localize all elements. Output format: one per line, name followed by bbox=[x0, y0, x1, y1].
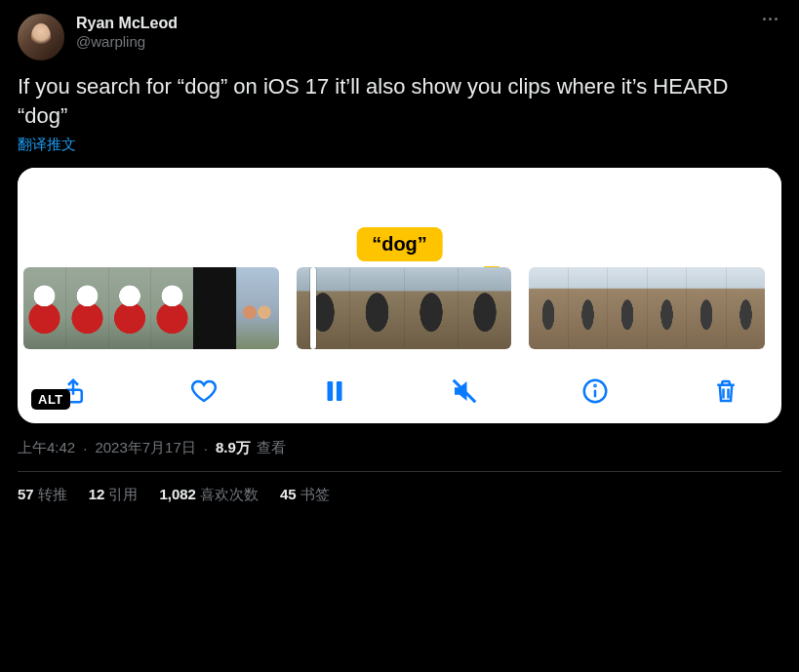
tweet-stats: 57转推 12引用 1,082喜欢次数 45书签 bbox=[18, 472, 781, 504]
more-icon bbox=[775, 18, 778, 20]
video-frame bbox=[686, 267, 726, 349]
separator: · bbox=[81, 440, 89, 456]
author-block: Ryan McLeod @warpling bbox=[76, 14, 178, 52]
avatar[interactable] bbox=[18, 14, 64, 60]
mute-icon[interactable] bbox=[448, 375, 481, 408]
active-playhead[interactable] bbox=[310, 267, 316, 349]
tweet-container: Ryan McLeod @warpling If you search for … bbox=[0, 0, 799, 514]
video-frame bbox=[108, 267, 151, 349]
tweet-date[interactable]: 2023年7月17日 bbox=[95, 439, 195, 457]
stat-likes[interactable]: 1,082喜欢次数 bbox=[159, 486, 259, 504]
likes-label: 喜欢次数 bbox=[200, 486, 259, 502]
more-icon bbox=[763, 18, 766, 20]
author-display-name[interactable]: Ryan McLeod bbox=[76, 14, 178, 33]
video-frame bbox=[458, 267, 511, 349]
bookmarks-count: 45 bbox=[280, 486, 297, 502]
clip-group[interactable] bbox=[23, 267, 279, 349]
heart-icon[interactable] bbox=[187, 375, 220, 408]
separator: · bbox=[202, 440, 210, 456]
bookmarks-label: 书签 bbox=[300, 486, 330, 502]
svg-point-6 bbox=[595, 385, 596, 386]
clip-group[interactable] bbox=[529, 267, 765, 349]
media-blank-area: “dog” bbox=[18, 168, 781, 263]
quotes-label: 引用 bbox=[108, 486, 138, 502]
video-filmstrip bbox=[18, 263, 781, 357]
video-frame bbox=[568, 267, 608, 349]
author-handle[interactable]: @warpling bbox=[76, 33, 178, 52]
video-frame bbox=[607, 267, 647, 349]
retweets-label: 转推 bbox=[38, 486, 67, 502]
video-frame bbox=[23, 267, 65, 349]
search-term-chip: “dog” bbox=[356, 227, 443, 261]
retweets-count: 57 bbox=[18, 486, 34, 502]
tweet-text: If you search for “dog” on iOS 17 it’ll … bbox=[18, 72, 781, 130]
more-icon bbox=[769, 18, 772, 20]
likes-count: 1,082 bbox=[159, 486, 196, 502]
stat-bookmarks[interactable]: 45书签 bbox=[280, 486, 330, 504]
tweet-media-card[interactable]: “dog” bbox=[18, 168, 781, 423]
views-label: 查看 bbox=[257, 439, 286, 457]
tweet-time[interactable]: 上午4:42 bbox=[18, 439, 75, 457]
stat-quotes[interactable]: 12引用 bbox=[89, 486, 139, 504]
quotes-count: 12 bbox=[89, 486, 105, 502]
tweet-meta: 上午4:42 · 2023年7月17日 · 8.9万 查看 bbox=[18, 439, 781, 472]
svg-rect-2 bbox=[336, 381, 341, 401]
video-frame bbox=[647, 267, 687, 349]
media-toolbar bbox=[18, 357, 781, 412]
video-frame bbox=[529, 267, 568, 349]
video-frame bbox=[193, 267, 236, 349]
pause-icon[interactable] bbox=[318, 375, 351, 408]
stat-retweets[interactable]: 57转推 bbox=[18, 486, 67, 504]
svg-rect-1 bbox=[327, 381, 333, 401]
trash-icon[interactable] bbox=[709, 375, 742, 408]
info-icon[interactable] bbox=[579, 375, 612, 408]
tweet-header: Ryan McLeod @warpling bbox=[18, 14, 781, 60]
video-frame bbox=[150, 267, 193, 349]
video-frame bbox=[349, 267, 403, 349]
views-count[interactable]: 8.9万 bbox=[216, 439, 251, 457]
video-frame bbox=[236, 267, 279, 349]
alt-badge[interactable]: ALT bbox=[31, 389, 70, 410]
clip-group-active[interactable] bbox=[297, 267, 511, 349]
video-frame bbox=[297, 267, 349, 349]
translate-link[interactable]: 翻译推文 bbox=[18, 136, 76, 154]
video-frame bbox=[404, 267, 458, 349]
video-frame bbox=[65, 267, 108, 349]
more-options-button[interactable] bbox=[759, 14, 781, 24]
video-frame bbox=[726, 267, 766, 349]
